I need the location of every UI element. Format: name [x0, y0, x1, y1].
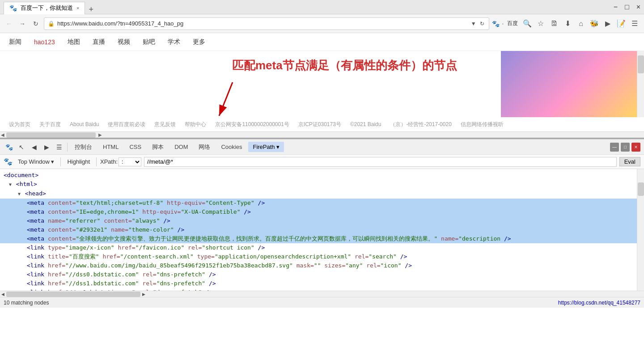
tab-title: 百度一下，你就知道 — [21, 4, 73, 12]
fp-sep-2 — [96, 157, 97, 166]
footer-link-home[interactable]: 设为首页 — [9, 121, 30, 128]
new-tab-button[interactable]: + — [85, 5, 97, 14]
home-icon[interactable]: ⌂ — [575, 18, 587, 30]
status-right-link[interactable]: https://blog.csdn.net/qq_41548277 — [558, 300, 640, 306]
status-bar: 10 matching nodes https://blog.csdn.net/… — [0, 297, 644, 308]
minimize-button[interactable]: − — [614, 3, 618, 11]
refresh-addr-icon[interactable]: ↻ — [479, 20, 485, 28]
fp-highlight-btn[interactable]: Highlight — [64, 157, 93, 166]
bookmark-icon[interactable]: ☆ — [535, 18, 547, 30]
devtools-list-icon[interactable]: ☰ — [54, 142, 64, 152]
forward-button[interactable]: → — [17, 18, 28, 29]
dom-line-link-3[interactable]: <link href="//www.baidu.com/img/baidu_85… — [0, 261, 644, 270]
dt-tab-console[interactable]: 控制台 — [70, 141, 97, 153]
hscroll-right-arrow[interactable]: ▶ — [98, 132, 102, 137]
devtools-hscroll-thumb[interactable] — [6, 292, 140, 297]
search-icon[interactable]: 🔍 — [521, 18, 533, 30]
devtools-close-btn[interactable]: × — [631, 143, 640, 152]
page-scrollbar-thumb[interactable] — [638, 55, 644, 73]
search-text: 百度 — [507, 20, 518, 27]
fp-eval-button[interactable]: Eval — [619, 157, 640, 166]
address-text[interactable]: https://www.baidu.com/?tn=49055317_4_hao… — [57, 20, 467, 27]
devtools-paw-icon[interactable]: 🐾 — [4, 142, 14, 152]
annotation-container: 匹配meta节点满足（有属性的条件）的节点 — [232, 58, 457, 73]
plugin-icon[interactable]: 🐝 — [589, 18, 600, 30]
back-button[interactable]: ← — [4, 18, 14, 29]
nav-hao123[interactable]: hao123 — [34, 38, 55, 46]
nav-video[interactable]: 视频 — [118, 38, 130, 46]
save-icon[interactable]: 🖺 — [548, 18, 560, 30]
tab-close-btn[interactable]: × — [76, 5, 79, 11]
devtools-forward-icon[interactable]: ▶ — [41, 142, 52, 152]
footer-link-feedback[interactable]: 意见反馈 — [154, 121, 176, 128]
lock-icon: 🔒 — [48, 21, 55, 27]
footer-link-help[interactable]: 帮助中心 — [185, 121, 206, 128]
footer-links: 设为首页 关于百度 About Baidu 使用百度前必读 意见反馈 帮助中心 … — [0, 117, 644, 131]
menu-icon[interactable]: ☰ — [629, 18, 640, 30]
devtools-hscroll[interactable]: ◀ ▶ — [0, 291, 644, 297]
dom-line-meta-4[interactable]: <meta content="#2932e1" name="theme-colo… — [0, 225, 644, 234]
fp-xpath-input[interactable] — [144, 157, 617, 167]
dom-line-meta-1[interactable]: <meta content="text/html;charset=utf-8" … — [0, 199, 644, 207]
page-hscroll[interactable]: ◀ ▶ — [0, 131, 644, 138]
refresh-button[interactable]: ↻ — [30, 18, 41, 29]
nav-map[interactable]: 地图 — [68, 38, 80, 46]
nav-more[interactable]: 更多 — [193, 38, 205, 46]
fp-xpath-dropdown[interactable]: : CSS — [119, 157, 141, 166]
note-icon[interactable]: 📝 — [615, 18, 627, 30]
dom-line-link-5[interactable]: <link href="//dss1.bdstatic.com" rel="dn… — [0, 279, 644, 288]
dom-line-meta-3[interactable]: <meta name="referrer" content="always" /… — [0, 216, 644, 225]
maximize-button[interactable]: □ — [625, 3, 629, 11]
footer-link-media[interactable]: 信息网络传播视听 — [461, 121, 504, 128]
dom-line-link-6[interactable]: <link href="//ss1.bdstatic.com" rel="dns… — [0, 288, 644, 291]
download-icon[interactable]: ⬇ — [562, 18, 573, 30]
dt-tab-css[interactable]: CSS — [125, 142, 146, 152]
firepath-bar: 🐾 Top Window ▾ Highlight XPath: : CSS Ev… — [0, 155, 644, 169]
footer-link-icp1[interactable]: 京公网安备11000002000001号 — [215, 121, 289, 128]
devtools-hscroll-right[interactable]: ▶ — [141, 292, 147, 296]
devtools-restore-btn[interactable]: □ — [621, 143, 630, 152]
nav-links: 新闻 hao123 地图 直播 视频 贴吧 学术 更多 — [0, 33, 644, 51]
hscroll-thumb[interactable] — [6, 132, 96, 138]
devtools-cursor-icon[interactable]: ↖ — [16, 142, 27, 152]
browser-tab[interactable]: 🐾 百度一下，你就知道 × — [4, 2, 85, 14]
dom-line-document: <document> — [0, 171, 644, 180]
hscroll-left-arrow[interactable]: ◀ — [1, 132, 4, 137]
footer-link-biz[interactable]: （京）-经营性-2017-0020 — [390, 121, 451, 128]
devtools-back-icon[interactable]: ◀ — [29, 142, 39, 152]
address-right-icons: ▼ ↻ — [470, 20, 485, 28]
fp-sep-1 — [60, 157, 61, 166]
nav-live[interactable]: 直播 — [93, 38, 105, 46]
dt-tab-cookies[interactable]: Cookies — [216, 142, 246, 152]
dom-line-meta-2[interactable]: <meta content="IE=edge,chrome=1" http-eq… — [0, 207, 644, 216]
fp-top-window[interactable]: Top Window ▾ — [15, 157, 57, 166]
dt-tab-firepath[interactable]: FirePath ▾ — [248, 142, 284, 152]
fp-xpath-label: XPath: : CSS — [100, 157, 141, 166]
dom-line-meta-5[interactable]: <meta content="全球领先的中文搜索引擎、致力于让网民更便捷地获取信… — [0, 234, 644, 243]
devtools-vscroll-thumb[interactable] — [638, 182, 644, 196]
footer-link-read[interactable]: 使用百度前必读 — [108, 121, 145, 128]
footer-link-about-en[interactable]: About Baidu — [70, 121, 99, 127]
close-window-button[interactable]: × — [636, 3, 640, 11]
nav-tieba[interactable]: 贴吧 — [143, 38, 155, 46]
devtools-vscroll[interactable] — [637, 169, 644, 291]
dom-line-link-4[interactable]: <link href="//dss0.bdstatic.com" rel="dn… — [0, 270, 644, 279]
arrow-icon[interactable]: ▶ — [602, 18, 614, 30]
dt-tab-dom[interactable]: DOM — [170, 142, 192, 152]
dropdown-arrow[interactable]: ▼ — [470, 20, 477, 28]
dom-line-link-2[interactable]: <link title="百度搜索" href="/content-search… — [0, 252, 644, 261]
page-content: 匹配meta节点满足（有属性的条件）的节点 设为首页 关于百度 About Ba… — [0, 51, 644, 131]
nav-news[interactable]: 新闻 — [9, 38, 21, 46]
window-controls: − □ × — [614, 3, 640, 11]
dom-line-link-1[interactable]: <link type="image/x-icon" href="/favicon… — [0, 243, 644, 252]
dom-line-head[interactable]: ▼ <head> — [0, 189, 644, 199]
devtools-minimize-btn[interactable]: — — [610, 143, 619, 152]
dt-tab-html[interactable]: HTML — [98, 142, 123, 152]
devtools-hscroll-left[interactable]: ◀ — [0, 292, 6, 296]
footer-link-icp2[interactable]: 京ICP证030173号 — [298, 121, 341, 128]
footer-link-about[interactable]: 关于百度 — [39, 121, 61, 128]
dt-tab-script[interactable]: 脚本 — [148, 141, 168, 153]
nav-academic[interactable]: 学术 — [168, 38, 180, 46]
dom-line-html[interactable]: ▼ <html> — [0, 180, 644, 189]
dt-tab-network[interactable]: 网络 — [194, 141, 215, 153]
